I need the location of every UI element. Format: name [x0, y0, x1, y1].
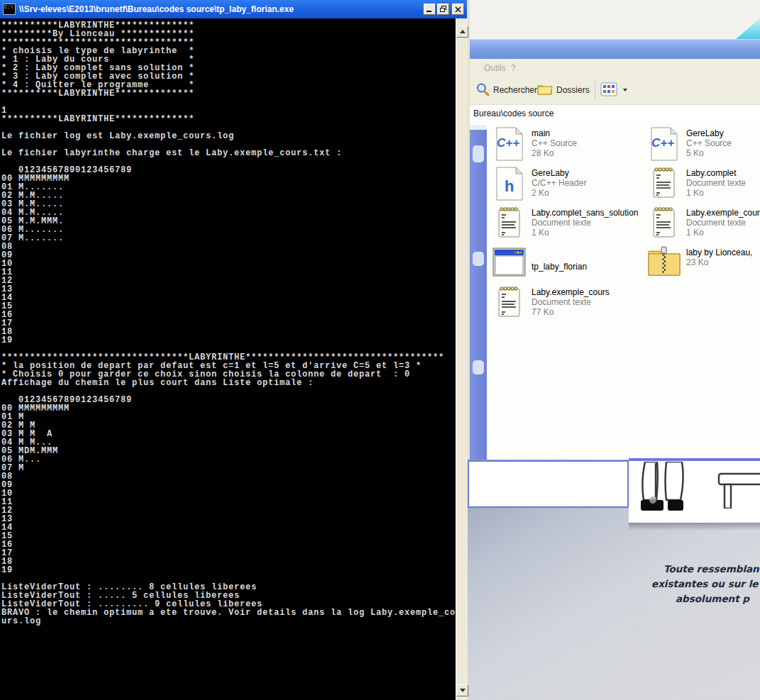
background-panel [468, 460, 629, 508]
file-grid: C++ main C++ Source 28 Ko C++ GereLaby C… [492, 126, 760, 325]
file-type: Document texte [686, 178, 746, 188]
comic-caption-line: Toute ressemblance [663, 563, 760, 574]
text-file-icon [647, 206, 681, 241]
task-pane-edge [470, 125, 487, 460]
folders-button[interactable]: Dossiers [537, 79, 590, 101]
scroll-up-icon [460, 30, 466, 33]
file-size: 1 Ko [686, 188, 746, 198]
task-pane-scroll-thumb[interactable] [473, 360, 484, 374]
file-size: 2 Ko [532, 188, 586, 198]
task-pane-edge-cap [470, 125, 487, 130]
file-tile[interactable]: Laby.complet_sans_solution Document text… [492, 206, 647, 245]
comic-table-drawing [713, 470, 760, 511]
menu-item-help[interactable]: ? [511, 63, 516, 73]
text-file-icon [492, 285, 527, 321]
address-bar[interactable]: Bureau\codes source [470, 104, 760, 123]
comic-legs-drawing [634, 462, 705, 524]
file-name: Laby.exemple_cours [532, 287, 610, 297]
file-size: 28 Ko [532, 148, 577, 158]
scroll-down-icon [460, 689, 466, 692]
file-tile[interactable]: Laby.exemple_cours Document texte 1 Ko [647, 206, 760, 245]
file-tile[interactable]: tp_laby_florian [492, 245, 647, 285]
cpp-file-icon: C++ [492, 126, 527, 162]
file-name: Laby.complet_sans_solution [532, 208, 639, 218]
console-window-title: \\Srv-eleves\E2013\brunetf\Bureau\codes … [19, 4, 424, 14]
toolbar-separator [595, 80, 595, 100]
search-button-label: Rechercher [493, 85, 537, 95]
file-size: 1 Ko [532, 228, 639, 238]
file-tile[interactable]: laby by Lionceau, 23 Ko [647, 245, 760, 285]
console-output-area[interactable]: **********LABYRINTHE************** *****… [0, 18, 456, 700]
file-tile[interactable]: Laby.complet Document texte 1 Ko [647, 166, 760, 206]
console-window: \\Srv-eleves\E2013\brunetf\Bureau\codes … [0, 0, 467, 700]
file-name: Laby.exemple_cours [686, 208, 760, 218]
header-file-icon: h [492, 166, 527, 201]
svg-text:h: h [505, 177, 514, 195]
file-size: 77 Ko [532, 307, 610, 317]
file-name: Laby.complet [686, 168, 746, 178]
explorer-titlebar[interactable] [470, 39, 760, 60]
file-size: 1 Ko [686, 228, 760, 238]
file-name: GereLaby [686, 128, 732, 138]
console-titlebar[interactable]: \\Srv-eleves\E2013\brunetf\Bureau\codes … [0, 0, 467, 18]
folders-button-label: Dossiers [556, 85, 590, 95]
file-name: tp_laby_florian [532, 262, 587, 272]
explorer-menubar: Outils ? [470, 59, 760, 77]
file-tile[interactable]: h GereLaby C/C++ Header 2 Ko [492, 166, 647, 206]
scroll-up-button[interactable] [456, 26, 468, 38]
file-type: C++ Source [686, 138, 732, 148]
cpp-file-icon: C++ [647, 126, 681, 162]
text-file-icon [492, 206, 527, 241]
file-type: Document texte [686, 218, 760, 228]
text-file-icon [647, 166, 681, 201]
file-type: Document texte [532, 218, 639, 228]
file-name: main [532, 128, 577, 138]
console-output: **********LABYRINTHE************** *****… [1, 21, 456, 626]
dropdown-arrow-icon [623, 89, 627, 91]
file-name: GereLaby [532, 168, 586, 178]
restore-button[interactable] [437, 4, 449, 15]
file-tile[interactable]: C++ main C++ Source 28 Ko [492, 126, 647, 166]
file-tile[interactable]: C++ GereLaby C++ Source 5 Ko [647, 126, 760, 166]
address-path: Bureau\codes source [473, 109, 554, 118]
application-icon [492, 248, 527, 283]
file-type: C++ Source [532, 138, 577, 148]
task-pane-scroll-thumb[interactable] [473, 252, 484, 266]
task-pane-scroll-thumb[interactable] [473, 145, 484, 162]
svg-text:C++: C++ [651, 136, 674, 150]
search-button[interactable]: Rechercher [475, 79, 537, 101]
file-size: 23 Ko [686, 257, 752, 267]
menu-item-outils[interactable]: Outils [484, 63, 506, 73]
zip-folder-icon [647, 245, 681, 281]
cmd-prompt-icon [3, 4, 16, 15]
views-icon [600, 82, 617, 99]
comic-caption-line: absolument p [676, 593, 749, 604]
minimize-button[interactable] [424, 4, 436, 15]
views-button[interactable] [600, 79, 627, 101]
folders-icon [537, 83, 553, 97]
svg-text:C++: C++ [497, 136, 519, 150]
console-scrollbar[interactable] [456, 18, 468, 700]
file-tile[interactable]: Laby.exemple_cours Document texte 77 Ko [492, 285, 647, 325]
file-size: 5 Ko [686, 148, 732, 158]
file-name: laby by Lionceau, [686, 248, 752, 257]
comic-caption-line: existantes ou sur le p [651, 578, 760, 589]
desktop: { "console": { "title": "\\\\Srv-eleves\… [0, 0, 760, 700]
file-type: C/C++ Header [532, 178, 586, 188]
search-icon [475, 82, 490, 99]
file-type: Document texte [532, 297, 610, 307]
close-button[interactable] [452, 4, 464, 15]
scroll-down-button[interactable] [456, 684, 468, 696]
explorer-toolbar: Rechercher Dossiers [470, 77, 760, 105]
